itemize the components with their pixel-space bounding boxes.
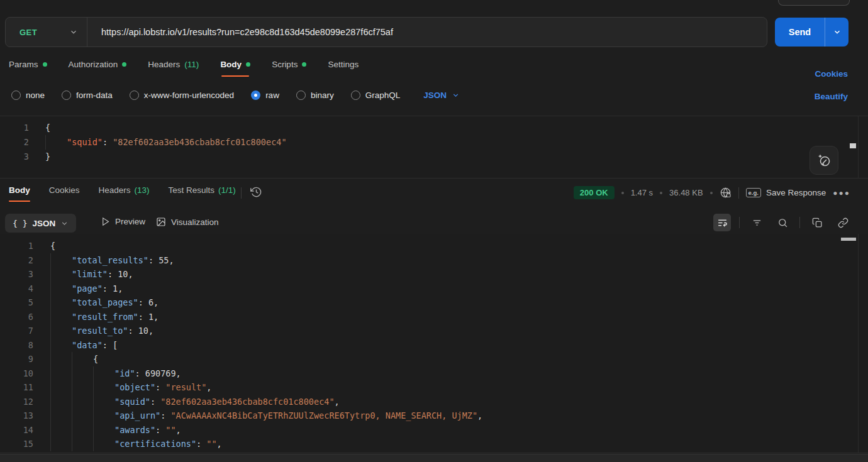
line-content: "awards": "",	[33, 423, 181, 437]
code-line: 7"result_to": 10,	[0, 324, 868, 338]
send-options-caret[interactable]	[825, 18, 849, 47]
cookies-link[interactable]: Cookies	[815, 69, 848, 79]
code-token: :	[108, 269, 118, 279]
code-token: "total_pages"	[72, 297, 138, 307]
status-badge[interactable]: 200 OK	[574, 186, 615, 199]
tab-label: Headers	[148, 60, 180, 69]
green-dot-icon	[302, 62, 306, 67]
raw-language-label: JSON	[423, 91, 447, 100]
body-mode-form-data[interactable]: form-data	[62, 91, 113, 100]
indent-guide	[50, 380, 72, 395]
braces-icon: { }	[13, 219, 27, 228]
code-token: {	[45, 123, 50, 133]
send-button[interactable]: Send	[775, 18, 849, 47]
line-content: "api_urn": "ACwAAAAxNC4BibCaTyETRhZUUlZw…	[33, 409, 482, 423]
code-line: 1{	[0, 121, 868, 135]
body-mode-x-www-form-urlencoded[interactable]: x-www-form-urlencoded	[130, 91, 234, 100]
network-globe-icon[interactable]	[720, 187, 732, 199]
line-number: 8	[0, 338, 33, 353]
response-format-dropdown[interactable]: { } JSON	[5, 214, 76, 233]
response-history-icon[interactable]	[250, 186, 262, 198]
line-number: 3	[0, 150, 29, 164]
send-button-label[interactable]: Send	[775, 18, 825, 47]
tab-scripts[interactable]: Scripts	[272, 60, 306, 77]
body-mode-raw[interactable]: raw	[251, 91, 279, 100]
line-number: 2	[0, 253, 33, 268]
tab-body[interactable]: Body	[220, 60, 250, 77]
code-line: 13"api_urn": "ACwAAAAxNC4BibCaTyETRhZUUl…	[0, 409, 868, 423]
line-content: "result_to": 10,	[33, 324, 153, 338]
indent-guide	[93, 423, 114, 437]
indent-guide	[72, 423, 93, 437]
tab-headers[interactable]: Headers(11)	[148, 60, 199, 77]
more-options-icon[interactable]: ●●●	[833, 189, 850, 197]
body-mode-graphql[interactable]: GraphQL	[351, 91, 401, 100]
body-mode-binary[interactable]: binary	[296, 91, 334, 100]
status-bar	[0, 454, 868, 462]
response-body-editor[interactable]: 1{2"total_results": 55,3"limit": 10,4"pa…	[0, 234, 868, 453]
code-line: 2"total_results": 55,	[0, 253, 868, 268]
response-tab-test-results[interactable]: Test Results(1/1)	[169, 185, 236, 202]
postbot-button[interactable]	[810, 146, 838, 175]
tab-count: (11)	[184, 60, 199, 69]
beautify-link[interactable]: Beautify	[815, 92, 848, 101]
request-body-editor[interactable]: 1{2"squid": "82ef602aa3eb436cbab8cfc01c8…	[0, 116, 868, 179]
code-token: :	[128, 326, 138, 336]
radio-icon[interactable]	[351, 91, 360, 100]
code-token: "total_results"	[72, 255, 148, 265]
radio-icon[interactable]	[62, 91, 71, 100]
radio-icon[interactable]	[11, 91, 21, 100]
tab-visualization[interactable]: Visualization	[156, 217, 219, 227]
body-mode-none[interactable]: none	[11, 91, 45, 100]
indent-guide	[93, 437, 114, 451]
tab-label: Cookies	[49, 185, 80, 195]
indent-guide	[50, 310, 72, 324]
filter-icon[interactable]	[748, 214, 765, 231]
code-token: "squid"	[67, 137, 103, 147]
code-token: {	[50, 241, 55, 251]
line-number: 7	[0, 324, 33, 338]
tab-label: Scripts	[272, 60, 298, 69]
request-editor-scrollbar-thumb[interactable]	[850, 143, 856, 148]
code-line: 5"total_pages": 6,	[0, 295, 868, 310]
line-number: 1	[0, 239, 33, 253]
code-token: :	[103, 137, 113, 147]
chevron-down-icon	[833, 28, 842, 36]
code-token: "certifications"	[114, 439, 196, 449]
line-content: "total_results": 55,	[33, 253, 174, 268]
indent-guide	[72, 437, 93, 451]
response-editor-scrollbar-thumb[interactable]	[841, 238, 856, 241]
method-select[interactable]: GET	[6, 18, 87, 47]
save-response-button[interactable]: e.g. Save Response	[746, 188, 826, 197]
url-input[interactable]: https://api.lobstr.io/v1/results?run=c2e…	[87, 27, 393, 37]
copy-icon[interactable]	[808, 214, 826, 231]
line-number: 3	[0, 267, 33, 282]
code-token: ""	[206, 439, 216, 449]
response-tab-headers[interactable]: Headers(13)	[99, 185, 150, 202]
response-tab-cookies[interactable]: Cookies	[49, 185, 80, 202]
indent-guide	[50, 282, 72, 296]
radio-icon[interactable]	[130, 91, 139, 100]
code-token: "page"	[72, 283, 103, 294]
code-token: ""	[165, 425, 175, 435]
indent-guide	[93, 395, 114, 409]
code-line: 2"squid": "82ef602aa3eb436cbab8cfc01c800…	[0, 135, 868, 150]
tab-preview[interactable]: Preview	[101, 217, 145, 226]
divider	[739, 217, 740, 228]
code-token: :	[135, 368, 145, 378]
wrap-text-button[interactable]	[713, 214, 731, 231]
tab-params[interactable]: Params	[9, 60, 47, 77]
line-content: "limit": 10,	[33, 267, 133, 282]
radio-icon[interactable]	[296, 91, 306, 100]
link-icon[interactable]	[834, 214, 852, 231]
radio-icon[interactable]	[251, 91, 260, 100]
tab-settings[interactable]: Settings	[328, 60, 359, 77]
response-tab-body[interactable]: Body	[9, 185, 30, 202]
line-number: 15	[0, 437, 33, 451]
code-token: "result_from"	[72, 312, 138, 322]
tab-authorization[interactable]: Authorization	[69, 60, 127, 77]
search-icon[interactable]	[774, 214, 791, 231]
line-number: 14	[0, 423, 33, 437]
code-token: ,	[153, 297, 159, 307]
raw-language-dropdown[interactable]: JSON	[423, 91, 460, 100]
